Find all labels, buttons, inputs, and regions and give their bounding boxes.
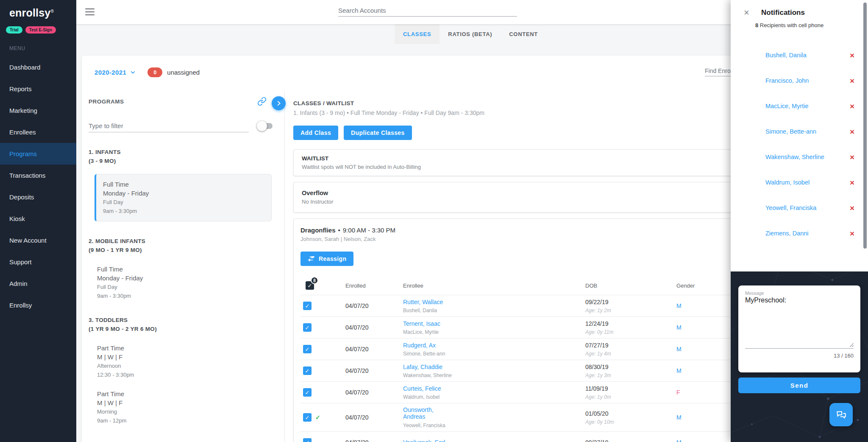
school-year-selector[interactable]: 2020-2021 bbox=[95, 69, 136, 76]
remove-recipient-icon[interactable]: × bbox=[850, 153, 854, 161]
overflow-title: Overflow bbox=[302, 190, 729, 196]
dragonflies-class-card: Dragonflies•9:00 AM - 3:30 PM Johnson, S… bbox=[293, 218, 737, 442]
enrollee-link[interactable]: Curteis, Felice bbox=[403, 385, 585, 392]
sidebar-item-new-account[interactable]: New Account bbox=[0, 229, 76, 251]
program-session-selected[interactable]: Full Time Monday - Friday Full Day 9am -… bbox=[95, 174, 272, 221]
program-session[interactable]: Part Time M | W | F Afternoon 12:30 - 3:… bbox=[97, 344, 273, 379]
gender-value[interactable]: M bbox=[676, 302, 723, 309]
recipient-link[interactable]: Francisco, John bbox=[765, 77, 809, 84]
close-icon[interactable]: × bbox=[744, 7, 749, 18]
program-filter-input[interactable] bbox=[89, 120, 249, 132]
hamburger-menu-icon[interactable] bbox=[85, 8, 95, 17]
overflow-card[interactable]: Overflow No Instructor bbox=[293, 182, 737, 213]
dob-value: 09/27/19 bbox=[585, 439, 676, 442]
enrollee-link[interactable]: Vasilyonok, Earl bbox=[403, 439, 585, 442]
sidebar-item-support[interactable]: Support bbox=[0, 251, 76, 273]
guardian-name: Bushell, Danila bbox=[403, 308, 585, 313]
chevron-down-icon bbox=[130, 70, 136, 75]
filter-toggle[interactable] bbox=[258, 123, 273, 129]
message-textarea[interactable]: MyPreschool: bbox=[745, 297, 854, 347]
col-header-dob: DOB bbox=[585, 283, 676, 289]
search-input[interactable] bbox=[338, 5, 517, 17]
collapse-programs-button[interactable] bbox=[272, 96, 286, 110]
enrollee-link[interactable]: Ounsworth, Andreas bbox=[403, 406, 445, 420]
sidebar-item-marketing[interactable]: Marketing bbox=[0, 100, 76, 121]
program-group-name[interactable]: 4. PRESCHOOLERS bbox=[89, 440, 273, 442]
trial-badge: Trial bbox=[6, 26, 22, 34]
row-checkbox[interactable] bbox=[303, 388, 312, 397]
sidebar-item-reports[interactable]: Reports bbox=[0, 78, 76, 100]
panel-scrollbar[interactable] bbox=[863, 3, 867, 249]
table-row: 04/07/20 Ternent, IsaacMacLice, Myrtie 1… bbox=[300, 316, 730, 338]
program-session[interactable]: Full Time Monday - Friday Full Day 9am -… bbox=[97, 265, 273, 300]
brand-name: enrollsy bbox=[9, 7, 50, 19]
row-checkbox[interactable] bbox=[303, 345, 312, 353]
reassign-button[interactable]: Reassign bbox=[300, 252, 353, 266]
sidebar-item-admin[interactable]: Admin bbox=[0, 273, 76, 294]
dob-value: 11/09/19 bbox=[585, 385, 676, 392]
link-icon[interactable] bbox=[257, 97, 267, 106]
table-row: 04/07/20 Rudgerd, AxSimone, Bette-ann 07… bbox=[300, 338, 730, 360]
session-hours: 9am - 12pm bbox=[97, 416, 273, 425]
remove-recipient-icon[interactable]: × bbox=[850, 128, 854, 136]
duplicate-classes-button[interactable]: Duplicate Classes bbox=[344, 126, 412, 140]
sidebar-item-enrollees[interactable]: Enrollees bbox=[0, 121, 76, 143]
recipient-row: Yeowell, Franciska× bbox=[731, 195, 868, 221]
col-header-gender: Gender bbox=[676, 283, 723, 289]
waitlist-card[interactable]: WAITLIST Waitlist spots will NOT be incl… bbox=[293, 149, 737, 176]
gender-value[interactable]: M bbox=[676, 367, 723, 374]
row-checkbox[interactable] bbox=[303, 323, 312, 332]
sidebar-item-enrollsy[interactable]: Enrollsy bbox=[0, 294, 76, 316]
enrollee-link[interactable]: Rudgerd, Ax bbox=[403, 342, 585, 349]
enrolled-date: 04/07/20 bbox=[339, 439, 403, 442]
sidebar-item-programs[interactable]: Programs bbox=[0, 143, 76, 165]
recipient-link[interactable]: Simone, Bette-ann bbox=[765, 128, 816, 135]
remove-recipient-icon[interactable]: × bbox=[850, 179, 854, 187]
sidebar-item-kiosk[interactable]: Kiosk bbox=[0, 208, 76, 229]
program-group-name[interactable]: 1. INFANTS bbox=[89, 148, 273, 157]
sidebar-item-dashboard[interactable]: Dashboard bbox=[0, 56, 76, 78]
program-group-name[interactable]: 3. TODDLERS bbox=[89, 316, 273, 325]
program-group-name[interactable]: 2. MOBILE INFANTS bbox=[89, 237, 273, 246]
row-checkbox[interactable] bbox=[303, 413, 312, 422]
recipient-link[interactable]: Bushell, Danila bbox=[765, 52, 807, 59]
remove-recipient-icon[interactable]: × bbox=[850, 102, 854, 110]
account-search bbox=[338, 5, 517, 17]
remove-recipient-icon[interactable]: × bbox=[850, 51, 854, 59]
sidebar-item-transactions[interactable]: Transactions bbox=[0, 165, 76, 186]
recipient-link[interactable]: Yeowell, Franciska bbox=[765, 204, 816, 211]
send-button[interactable]: Send bbox=[738, 378, 860, 393]
enrolled-date: 04/07/20 bbox=[339, 346, 403, 352]
tab-ratios[interactable]: RATIOS (BETA) bbox=[440, 24, 501, 44]
session-hours: 9am - 3:30pm bbox=[103, 207, 264, 215]
enrollee-link[interactable]: Ternent, Isaac bbox=[403, 320, 585, 327]
gender-value[interactable]: F bbox=[676, 389, 723, 396]
recipient-link[interactable]: MacLice, Myrtie bbox=[765, 103, 809, 109]
chat-fab[interactable] bbox=[829, 403, 853, 426]
program-filter-row bbox=[89, 120, 284, 132]
test-esign-badge: Test E-Sign bbox=[25, 26, 56, 34]
add-class-button[interactable]: Add Class bbox=[293, 126, 338, 140]
recipient-link[interactable]: Ziemens, Danni bbox=[765, 230, 809, 237]
enrollee-link[interactable]: Lafay, Chaddie bbox=[403, 364, 585, 370]
recipient-link[interactable]: Wakenshaw, Sherline bbox=[765, 154, 824, 160]
resize-handle-icon[interactable] bbox=[849, 343, 854, 347]
gender-value[interactable]: M bbox=[676, 324, 723, 331]
notifications-sheet: × Notifications 8 Recipients with cell p… bbox=[731, 0, 868, 271]
remove-recipient-icon[interactable]: × bbox=[850, 204, 854, 212]
enrollee-link[interactable]: Rutter, Wallace bbox=[403, 299, 585, 305]
remove-recipient-icon[interactable]: × bbox=[850, 77, 854, 85]
row-checkbox[interactable] bbox=[303, 366, 312, 375]
recipient-link[interactable]: Waldrum, Isobel bbox=[765, 179, 810, 186]
gender-value[interactable]: M bbox=[676, 346, 723, 352]
program-session[interactable]: Part Time M | W | F Morning 9am - 12pm bbox=[97, 389, 273, 425]
tab-classes[interactable]: CLASSES bbox=[395, 24, 440, 44]
tab-bar: CLASSES RATIOS (BETA) CONTENT bbox=[395, 24, 546, 44]
row-checkbox[interactable] bbox=[303, 438, 312, 442]
remove-recipient-icon[interactable]: × bbox=[850, 229, 854, 238]
gender-value[interactable]: M bbox=[676, 414, 723, 421]
sidebar-item-deposits[interactable]: Deposits bbox=[0, 186, 76, 208]
row-checkbox[interactable] bbox=[303, 302, 312, 310]
tab-content[interactable]: CONTENT bbox=[501, 24, 546, 44]
gender-value[interactable]: M bbox=[676, 439, 723, 442]
